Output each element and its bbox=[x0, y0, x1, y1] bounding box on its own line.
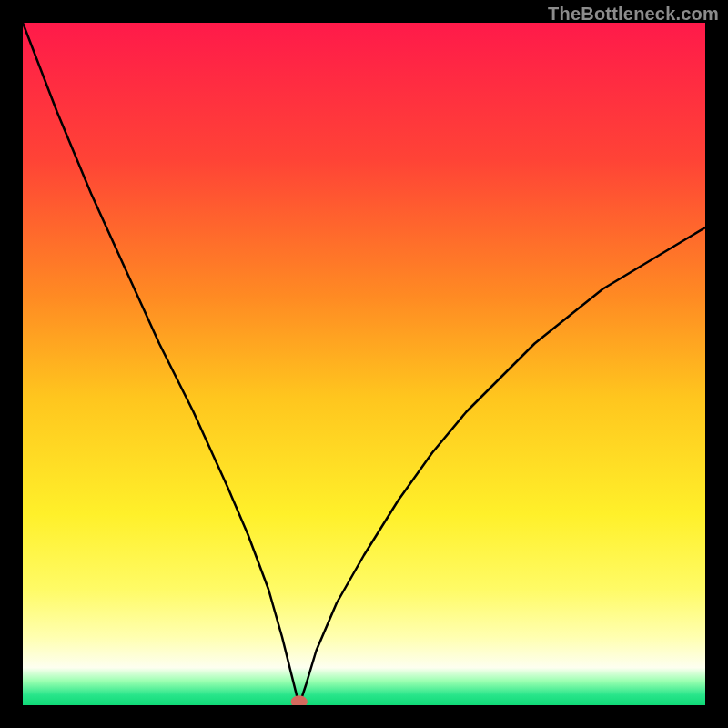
frame-edge bbox=[0, 0, 23, 728]
attribution-text: TheBottleneck.com bbox=[548, 4, 719, 25]
frame-edge bbox=[705, 0, 728, 728]
bottleneck-chart bbox=[0, 0, 728, 728]
gradient-background bbox=[23, 23, 705, 705]
frame-edge bbox=[0, 705, 728, 728]
